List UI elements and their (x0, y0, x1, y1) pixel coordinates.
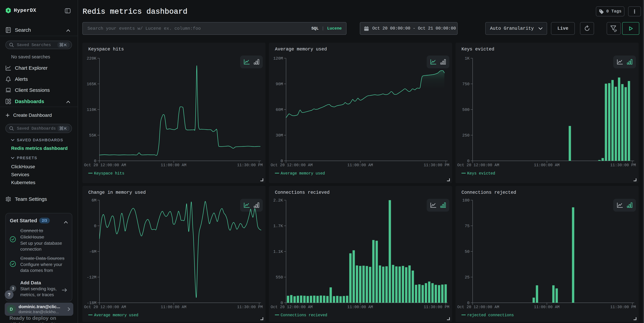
svg-text:11:00:00 AM: 11:00:00 AM (534, 305, 560, 309)
svg-text:11:30:00 PM: 11:30:00 PM (610, 163, 636, 167)
svg-text:100: 100 (462, 198, 470, 203)
svg-text:Average memory used: Average memory used (94, 313, 138, 318)
svg-text:50: 50 (465, 249, 470, 254)
svg-text:250: 250 (462, 133, 470, 138)
svg-text:750: 750 (462, 82, 470, 86)
svg-text:30M: 30M (276, 133, 283, 138)
svg-text:220K: 220K (86, 56, 96, 61)
svg-text:11:00:00 AM: 11:00:00 AM (347, 163, 373, 167)
svg-text:0: 0 (281, 301, 283, 305)
svg-text:60M: 60M (276, 107, 283, 112)
svg-text:Oct 20 12:00:00 AM: Oct 20 12:00:00 AM (84, 163, 126, 167)
svg-text:11:30:00 PM: 11:30:00 PM (424, 163, 449, 167)
svg-text:11:30:00 PM: 11:30:00 PM (424, 305, 449, 309)
svg-text:-18M: -18M (86, 301, 96, 305)
svg-text:K: K (64, 43, 67, 47)
svg-text:-6M: -6M (89, 249, 96, 254)
svg-text:11:30:00 PM: 11:30:00 PM (237, 163, 263, 167)
svg-text:Average memory used: Average memory used (281, 171, 325, 176)
svg-text:Oct 20 12:00:00 AM: Oct 20 12:00:00 AM (457, 305, 499, 309)
svg-text:Oct 20 12:00:00 AM: Oct 20 12:00:00 AM (457, 163, 499, 167)
svg-text:120M: 120M (273, 56, 283, 61)
svg-text:Oct 20 12:00:00 AM: Oct 20 12:00:00 AM (271, 305, 312, 309)
svg-text:11:00:00 AM: 11:00:00 AM (534, 163, 560, 167)
svg-text:550: 550 (276, 275, 283, 280)
svg-text:Connections recieved: Connections recieved (281, 313, 327, 318)
svg-text:-12M: -12M (86, 275, 96, 280)
svg-text:500: 500 (462, 107, 470, 112)
svg-text:75: 75 (465, 224, 470, 228)
svg-text:11:00:00 AM: 11:00:00 AM (347, 305, 373, 309)
svg-text:0: 0 (94, 159, 96, 163)
svg-text:0: 0 (281, 159, 283, 163)
svg-text:Oct 20 12:00:00 AM: Oct 20 12:00:00 AM (84, 305, 126, 309)
svg-text:11:30:00 PM: 11:30:00 PM (237, 305, 263, 309)
svg-text:0: 0 (94, 224, 96, 228)
svg-text:Keys evicted: Keys evicted (467, 171, 495, 176)
svg-text:11:00:00 AM: 11:00:00 AM (161, 163, 186, 167)
svg-text:25: 25 (465, 275, 470, 280)
svg-text:165K: 165K (86, 82, 96, 86)
svg-text:1.1K: 1.1K (273, 249, 283, 254)
svg-text:11:30:00 PM: 11:30:00 PM (610, 305, 636, 309)
svg-text:0: 0 (467, 159, 470, 163)
svg-text:1K: 1K (465, 56, 470, 61)
svg-text:110K: 110K (86, 107, 96, 112)
svg-text:55K: 55K (89, 133, 96, 138)
svg-text:2.2K: 2.2K (273, 198, 283, 203)
svg-text:Keyspace hits: Keyspace hits (94, 171, 124, 176)
svg-text:K: K (64, 126, 67, 130)
svg-text:Oct 20 12:00:00 AM: Oct 20 12:00:00 AM (271, 163, 312, 167)
svg-text:rejected connections: rejected connections (467, 313, 514, 318)
svg-text:6M: 6M (92, 198, 96, 203)
svg-text:1.7K: 1.7K (273, 224, 283, 228)
svg-text:0: 0 (467, 301, 470, 305)
svg-text:90M: 90M (276, 82, 283, 86)
svg-text:11:00:00 AM: 11:00:00 AM (161, 305, 186, 309)
